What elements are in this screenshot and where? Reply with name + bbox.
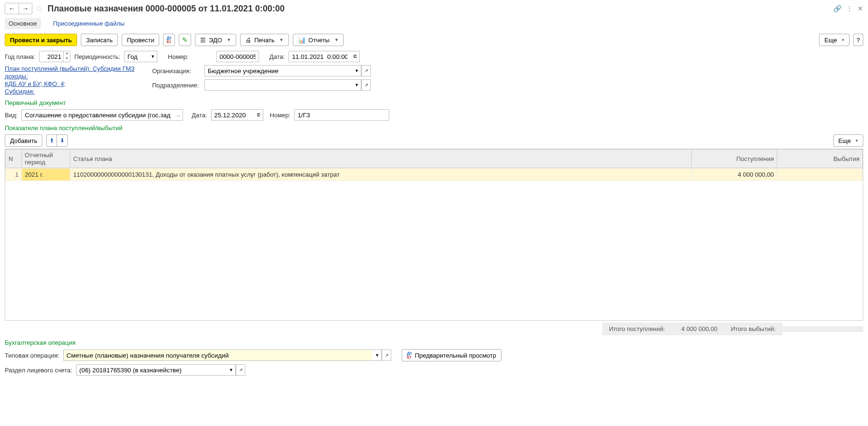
spin-down-icon[interactable]: ▼	[64, 57, 70, 62]
report-icon: 📊	[298, 37, 306, 44]
tab-main[interactable]: Основное	[5, 18, 41, 29]
sect-select[interactable]: ▼ ↗	[76, 364, 245, 376]
periodicity-select[interactable]: ▼	[124, 51, 157, 62]
number-input[interactable]	[216, 51, 259, 62]
post-button[interactable]: Провести	[122, 34, 160, 46]
acct-title: Бухгалтерская операция	[5, 339, 863, 346]
sect-label: Раздел лицевого счета:	[5, 367, 72, 374]
dept-label: Подразделение:	[152, 82, 204, 89]
post-and-close-button[interactable]: Провести и закрыть	[5, 34, 77, 46]
chevron-down-icon[interactable]: ▼	[372, 350, 382, 361]
preview-button[interactable]: ДтКт Предварительный просмотр	[402, 349, 502, 361]
kebab-menu-icon[interactable]: ⋮	[846, 5, 853, 12]
edit-icon-button[interactable]: ✎	[179, 34, 191, 46]
plan-year-input[interactable]: ▲▼	[39, 51, 70, 62]
col-n[interactable]: N	[6, 150, 22, 168]
cell-period[interactable]: 2021 г.	[22, 169, 70, 181]
primary-date-label: Дата:	[192, 112, 207, 119]
stack-icon: ☰	[200, 37, 206, 44]
close-icon[interactable]: ✕	[858, 5, 863, 12]
nav-back-forward: ← →	[5, 3, 32, 14]
write-button[interactable]: Записать	[81, 34, 118, 46]
plan-year-label: Год плана:	[5, 53, 35, 60]
number-label: Номер:	[168, 53, 189, 60]
print-button[interactable]: 🖨 Печать▼	[240, 34, 289, 46]
op-select[interactable]: ▼ ↗	[63, 350, 391, 361]
date-label: Дата:	[270, 53, 285, 60]
table-row[interactable]: 1 2021 г. 11020000000000000130131, Доход…	[6, 169, 863, 181]
org-select[interactable]: ▼ ↗	[204, 65, 371, 76]
total-out-label: Итого выбытий:	[724, 322, 782, 335]
col-period[interactable]: Отчетный период	[22, 150, 70, 168]
dept-select[interactable]: ▼ ↗	[204, 79, 371, 91]
table-more-button[interactable]: Еще▾	[833, 134, 863, 147]
printer-icon: 🖨	[245, 37, 251, 44]
open-icon[interactable]: ↗	[361, 65, 371, 76]
col-out[interactable]: Выбытия	[777, 150, 863, 168]
cell-n: 1	[6, 169, 22, 181]
nav-forward-button[interactable]: →	[19, 3, 32, 14]
op-label: Типовая операция:	[5, 352, 59, 359]
spin-up-icon[interactable]: ▲	[64, 51, 70, 57]
primary-num-label: Номер:	[270, 112, 291, 119]
chevron-down-icon[interactable]: ▼	[226, 364, 236, 376]
org-label: Организация:	[152, 67, 204, 75]
open-icon[interactable]: ↗	[236, 364, 245, 376]
cell-in[interactable]: 4 000 000,00	[692, 169, 777, 181]
chevron-down-icon[interactable]: ▼	[148, 51, 157, 62]
calendar-icon[interactable]: 🗓	[350, 51, 360, 62]
help-button[interactable]: ?	[853, 34, 863, 46]
page-title: Плановые назначения 0000-000005 от 11.01…	[48, 4, 285, 14]
open-icon[interactable]: ↗	[382, 350, 391, 361]
pencil-icon: ✎	[182, 36, 188, 44]
cell-out[interactable]	[777, 169, 863, 181]
dtkt-button[interactable]: ДтКт	[163, 34, 175, 46]
plan-table[interactable]: N Отчетный период Статья плана Поступлен…	[5, 149, 863, 321]
link-icon[interactable]: 🔗	[833, 5, 841, 12]
periodicity-label: Периодичность:	[74, 53, 120, 60]
date-input[interactable]: 🗓	[289, 51, 360, 62]
dtkt-icon: ДтКт	[407, 351, 412, 359]
open-icon[interactable]: ↗	[361, 79, 371, 91]
primary-num-input[interactable]	[294, 109, 389, 121]
table-title: Показатели плана поступлений/выбытий	[5, 124, 863, 132]
edo-button[interactable]: ☰ ЭДО▼	[195, 34, 236, 46]
ellipsis-icon[interactable]: …	[174, 109, 183, 121]
tab-files[interactable]: Присоединенные файлы	[49, 18, 129, 29]
kind-label: Вид:	[5, 112, 18, 119]
total-out-value	[782, 326, 863, 332]
col-in[interactable]: Поступления	[692, 150, 777, 168]
chevron-down-icon[interactable]: ▼	[352, 79, 361, 91]
favorite-star-icon[interactable]: ☆	[35, 3, 43, 14]
more-button[interactable]: Еще▾	[819, 34, 849, 46]
add-row-button[interactable]: Добавить	[5, 134, 42, 147]
nav-back-button[interactable]: ←	[5, 3, 19, 14]
chevron-down-icon[interactable]: ▼	[352, 65, 361, 76]
reports-button[interactable]: 📊 Отчеты▼	[293, 34, 344, 46]
kind-select[interactable]: …	[21, 109, 183, 121]
col-item[interactable]: Статья плана	[70, 150, 692, 168]
calendar-icon[interactable]: 🗓	[254, 109, 263, 121]
move-down-icon[interactable]: ⬇	[57, 135, 68, 146]
cell-item[interactable]: 11020000000000000130131, Доходы от оказа…	[70, 169, 692, 181]
move-up-icon[interactable]: ⬆	[47, 135, 57, 146]
total-in-value: 4 000 000,00	[672, 322, 724, 335]
primary-doc-title: Первичный документ	[5, 99, 863, 106]
primary-date-input[interactable]: 🗓	[211, 109, 263, 121]
plan-link[interactable]: План поступлений (выбытий): Субсидии ГМЗ…	[5, 65, 138, 95]
total-in-label: Итого поступлений:	[602, 322, 672, 335]
